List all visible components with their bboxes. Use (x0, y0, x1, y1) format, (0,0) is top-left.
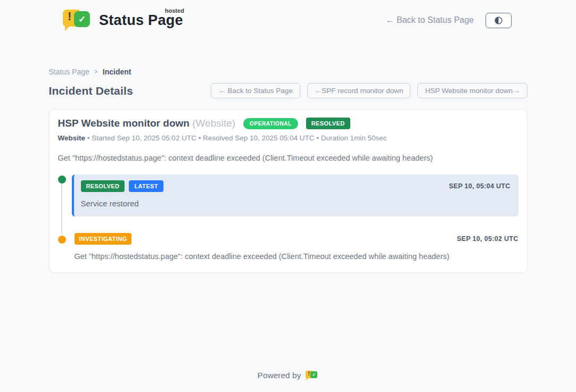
previous-incident-button[interactable]: ←SPF record monitor down (307, 83, 411, 98)
checkmark-icon: ✓ (74, 11, 90, 27)
statuspage-logo-icon: ! ✓ (63, 8, 93, 32)
resolved-dot-icon (58, 176, 66, 184)
timeline-message: Service restored (81, 199, 511, 208)
timeline-entry-resolved: RESOLVED LATEST SEP 10, 05:04 UTC Servic… (58, 174, 519, 216)
timeline-entry-investigating: INVESTIGATING SEP 10, 05:02 UTC Get "htt… (58, 231, 519, 261)
resolved-state-badge: RESOLVED (306, 118, 350, 129)
incident-component: Website (58, 134, 86, 142)
incident-timeline: RESOLVED LATEST SEP 10, 05:04 UTC Servic… (58, 174, 519, 261)
hsp-logo-icon: ! ✓ (306, 370, 318, 381)
back-to-status-page-link[interactable]: ← Back to Status Page (386, 15, 474, 25)
timeline-resolved-badge: RESOLVED (81, 180, 125, 192)
powered-by-link[interactable]: Powered by ! ✓ (258, 370, 319, 381)
breadcrumb-incident: Incident (103, 68, 131, 76)
contrast-icon (494, 16, 503, 25)
page-title: Incident Details (49, 85, 133, 97)
hosted-badge: hosted (165, 7, 184, 14)
header-actions: ← Back to Status Page (386, 13, 512, 28)
header: ! ✓ Status Page hosted ← Back to Status … (0, 0, 576, 33)
incident-title: HSP Website monitor down (Website) (58, 118, 236, 129)
breadcrumb-status-page[interactable]: Status Page (49, 68, 89, 76)
operational-status-badge: OPERATIONAL (243, 118, 298, 129)
brand-name: Status Page hosted (99, 12, 183, 29)
incident-meta-details: • Started Sep 10, 2025 05:02 UTC • Resol… (87, 134, 387, 142)
title-row: Incident Details ← Back to Status Page ←… (49, 83, 528, 98)
brand-logo[interactable]: ! ✓ Status Page hosted (63, 8, 183, 32)
breadcrumb: Status Page > Incident (49, 68, 528, 76)
main-content: Status Page > Incident Incident Details … (49, 68, 528, 392)
incident-card: HSP Website monitor down (Website) OPERA… (49, 109, 528, 273)
timeline-investigating-badge: INVESTIGATING (75, 233, 132, 245)
timeline-latest-badge: LATEST (129, 180, 163, 192)
timeline-timestamp: SEP 10, 05:04 UTC (449, 182, 510, 190)
latest-update-box: RESOLVED LATEST SEP 10, 05:04 UTC Servic… (72, 174, 519, 216)
theme-toggle-button[interactable] (486, 13, 512, 28)
incident-description: Get "https://hostedstatus.page": context… (58, 154, 519, 162)
back-to-status-page-button[interactable]: ← Back to Status Page (211, 83, 300, 98)
next-incident-button[interactable]: HSP Website monitor down→ (417, 83, 527, 98)
footer: Powered by ! ✓ © 2025-10-08 14:10:34.772… (49, 370, 528, 392)
breadcrumb-separator: > (94, 68, 98, 76)
timeline-message: Get "https://hostedstatus.page": context… (75, 252, 519, 261)
incident-title-row: HSP Website monitor down (Website) OPERA… (58, 118, 519, 129)
incident-nav-buttons: ← Back to Status Page ←SPF record monito… (211, 83, 527, 98)
exclamation-icon: ! (68, 11, 71, 22)
investigating-dot-icon (58, 236, 66, 244)
powered-by-label: Powered by (258, 371, 301, 380)
incident-scope: (Website) (192, 118, 235, 129)
incident-meta: Website • Started Sep 10, 2025 05:02 UTC… (58, 134, 519, 142)
timeline-timestamp: SEP 10, 05:02 UTC (457, 235, 518, 243)
